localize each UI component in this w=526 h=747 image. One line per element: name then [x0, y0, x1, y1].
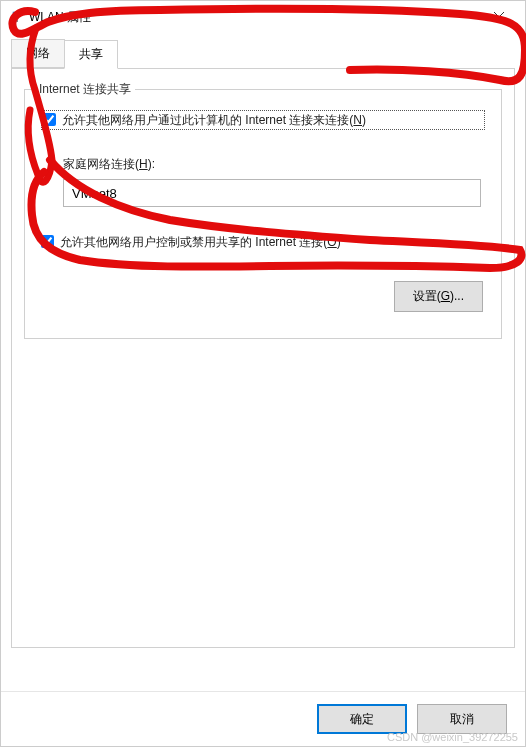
window-title: WLAN 属性	[29, 9, 479, 26]
dialog-content: 网络 共享 Internet 连接共享 允许其他网络用户通过此计算机的 Inte…	[1, 33, 525, 691]
svg-rect-0	[13, 12, 17, 20]
groupbox-title: Internet 连接共享	[35, 81, 135, 98]
home-connection-label: 家庭网络连接(H):	[63, 156, 485, 173]
sharing-panel: Internet 连接共享 允许其他网络用户通过此计算机的 Internet 连…	[11, 68, 515, 648]
allow-connect-label: 允许其他网络用户通过此计算机的 Internet 连接来连接(N)	[62, 111, 366, 129]
svg-rect-1	[12, 20, 18, 22]
tab-sharing[interactable]: 共享	[64, 40, 118, 69]
allow-connect-checkbox[interactable]	[43, 113, 56, 126]
settings-button[interactable]: 设置(G)...	[394, 281, 483, 312]
ok-button[interactable]: 确定	[317, 704, 407, 734]
close-button[interactable]	[479, 3, 519, 31]
allow-control-row[interactable]: 允许其他网络用户控制或禁用共享的 Internet 连接(O)	[41, 233, 485, 251]
allow-connect-row[interactable]: 允许其他网络用户通过此计算机的 Internet 连接来连接(N)	[41, 110, 485, 130]
cancel-button[interactable]: 取消	[417, 704, 507, 734]
allow-control-label: 允许其他网络用户控制或禁用共享的 Internet 连接(O)	[60, 233, 341, 251]
network-adapter-icon	[7, 9, 23, 25]
tab-strip: 网络 共享	[11, 39, 515, 68]
close-icon	[494, 12, 504, 22]
allow-control-checkbox[interactable]	[41, 235, 54, 248]
properties-dialog: WLAN 属性 网络 共享 Internet 连接共享 允许其他网络用户通过此计…	[0, 0, 526, 747]
ics-groupbox: Internet 连接共享 允许其他网络用户通过此计算机的 Internet 连…	[24, 89, 502, 339]
tab-network[interactable]: 网络	[11, 39, 65, 68]
dialog-button-bar: 确定 取消	[1, 691, 525, 746]
home-connection-value: VMnet8	[72, 186, 472, 201]
titlebar: WLAN 属性	[1, 1, 525, 33]
settings-row: 设置(G)...	[41, 281, 485, 312]
home-connection-select[interactable]: VMnet8	[63, 179, 481, 207]
